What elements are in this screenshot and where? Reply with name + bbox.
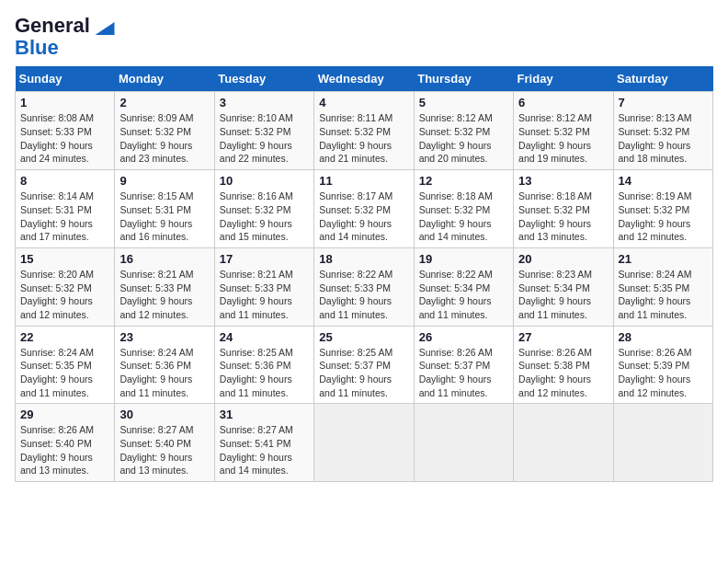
day-number: 19 xyxy=(419,252,508,266)
day-info: Sunrise: 8:11 AMSunset: 5:32 PMDaylight:… xyxy=(319,111,408,166)
day-info: Sunrise: 8:10 AMSunset: 5:32 PMDaylight:… xyxy=(220,111,309,166)
day-info: Sunrise: 8:23 AMSunset: 5:34 PMDaylight:… xyxy=(518,268,608,322)
page-header: GeneralBlue xyxy=(15,15,713,59)
day-number: 22 xyxy=(20,330,109,344)
calendar-cell: 23Sunrise: 8:24 AMSunset: 5:36 PMDayligh… xyxy=(115,326,214,404)
calendar-week-3: 15Sunrise: 8:20 AMSunset: 5:32 PMDayligh… xyxy=(16,247,713,326)
calendar-cell: 21Sunrise: 8:24 AMSunset: 5:35 PMDayligh… xyxy=(613,247,712,326)
calendar-cell: 19Sunrise: 8:22 AMSunset: 5:34 PMDayligh… xyxy=(414,247,513,326)
calendar-cell: 3Sunrise: 8:10 AMSunset: 5:32 PMDaylight… xyxy=(214,92,313,170)
calendar-cell: 16Sunrise: 8:21 AMSunset: 5:33 PMDayligh… xyxy=(115,247,214,326)
day-number: 18 xyxy=(319,252,408,266)
day-number: 4 xyxy=(319,96,408,109)
calendar-cell: 7Sunrise: 8:13 AMSunset: 5:32 PMDaylight… xyxy=(613,92,712,170)
header-friday: Friday xyxy=(514,66,613,92)
day-number: 11 xyxy=(319,174,408,188)
day-number: 16 xyxy=(119,252,209,266)
logo: GeneralBlue xyxy=(15,15,118,59)
calendar-week-2: 8Sunrise: 8:14 AMSunset: 5:31 PMDaylight… xyxy=(16,170,713,248)
day-info: Sunrise: 8:25 AMSunset: 5:36 PMDaylight:… xyxy=(220,346,309,400)
header-monday: Monday xyxy=(115,66,214,92)
calendar-cell: 18Sunrise: 8:22 AMSunset: 5:33 PMDayligh… xyxy=(314,247,414,326)
day-number: 8 xyxy=(20,174,109,188)
day-number: 10 xyxy=(220,174,309,188)
header-wednesday: Wednesday xyxy=(314,66,414,92)
day-info: Sunrise: 8:12 AMSunset: 5:32 PMDaylight:… xyxy=(518,111,608,166)
day-info: Sunrise: 8:13 AMSunset: 5:32 PMDaylight:… xyxy=(619,111,708,166)
day-info: Sunrise: 8:17 AMSunset: 5:32 PMDaylight:… xyxy=(319,190,408,244)
day-number: 2 xyxy=(119,96,209,109)
calendar-cell xyxy=(514,404,613,482)
day-number: 17 xyxy=(220,252,309,266)
day-info: Sunrise: 8:24 AMSunset: 5:35 PMDaylight:… xyxy=(20,346,109,400)
day-number: 21 xyxy=(619,252,708,266)
calendar-cell: 12Sunrise: 8:18 AMSunset: 5:32 PMDayligh… xyxy=(414,170,513,248)
day-number: 7 xyxy=(619,96,708,109)
day-number: 9 xyxy=(119,174,209,188)
calendar-cell: 10Sunrise: 8:16 AMSunset: 5:32 PMDayligh… xyxy=(214,170,313,248)
day-info: Sunrise: 8:24 AMSunset: 5:36 PMDaylight:… xyxy=(119,346,209,400)
calendar-cell: 8Sunrise: 8:14 AMSunset: 5:31 PMDaylight… xyxy=(16,170,115,248)
day-number: 13 xyxy=(518,174,608,188)
day-number: 26 xyxy=(419,330,508,344)
logo-icon xyxy=(92,22,118,35)
day-number: 1 xyxy=(20,96,109,109)
calendar-cell: 22Sunrise: 8:24 AMSunset: 5:35 PMDayligh… xyxy=(16,326,115,404)
calendar-cell: 13Sunrise: 8:18 AMSunset: 5:32 PMDayligh… xyxy=(514,170,613,248)
calendar-cell xyxy=(314,404,414,482)
calendar-cell: 9Sunrise: 8:15 AMSunset: 5:31 PMDaylight… xyxy=(115,170,214,248)
header-tuesday: Tuesday xyxy=(214,66,313,92)
day-info: Sunrise: 8:12 AMSunset: 5:32 PMDaylight:… xyxy=(419,111,508,166)
day-info: Sunrise: 8:22 AMSunset: 5:34 PMDaylight:… xyxy=(419,268,508,322)
header-thursday: Thursday xyxy=(414,66,513,92)
day-number: 27 xyxy=(518,330,608,344)
day-number: 20 xyxy=(518,252,608,266)
day-info: Sunrise: 8:21 AMSunset: 5:33 PMDaylight:… xyxy=(119,268,209,322)
calendar-week-5: 29Sunrise: 8:26 AMSunset: 5:40 PMDayligh… xyxy=(16,404,713,482)
day-info: Sunrise: 8:24 AMSunset: 5:35 PMDaylight:… xyxy=(619,268,708,322)
calendar-header-row: SundayMondayTuesdayWednesdayThursdayFrid… xyxy=(16,66,713,92)
day-info: Sunrise: 8:26 AMSunset: 5:37 PMDaylight:… xyxy=(419,346,508,400)
logo-text: GeneralBlue xyxy=(15,15,90,59)
day-number: 31 xyxy=(220,408,309,421)
calendar-cell: 28Sunrise: 8:26 AMSunset: 5:39 PMDayligh… xyxy=(613,326,712,404)
calendar-cell: 4Sunrise: 8:11 AMSunset: 5:32 PMDaylight… xyxy=(314,92,414,170)
day-info: Sunrise: 8:26 AMSunset: 5:38 PMDaylight:… xyxy=(518,346,608,400)
calendar-cell: 20Sunrise: 8:23 AMSunset: 5:34 PMDayligh… xyxy=(514,247,613,326)
day-info: Sunrise: 8:09 AMSunset: 5:32 PMDaylight:… xyxy=(119,111,209,166)
calendar-table: SundayMondayTuesdayWednesdayThursdayFrid… xyxy=(15,66,713,482)
header-sunday: Sunday xyxy=(16,66,115,92)
calendar-cell xyxy=(613,404,712,482)
calendar-cell: 5Sunrise: 8:12 AMSunset: 5:32 PMDaylight… xyxy=(414,92,513,170)
day-number: 24 xyxy=(220,330,309,344)
calendar-cell: 31Sunrise: 8:27 AMSunset: 5:41 PMDayligh… xyxy=(214,404,313,482)
day-info: Sunrise: 8:19 AMSunset: 5:32 PMDaylight:… xyxy=(619,190,708,244)
calendar-cell: 30Sunrise: 8:27 AMSunset: 5:40 PMDayligh… xyxy=(115,404,214,482)
day-info: Sunrise: 8:08 AMSunset: 5:33 PMDaylight:… xyxy=(20,111,109,166)
day-number: 25 xyxy=(319,330,408,344)
calendar-cell: 25Sunrise: 8:25 AMSunset: 5:37 PMDayligh… xyxy=(314,326,414,404)
day-info: Sunrise: 8:18 AMSunset: 5:32 PMDaylight:… xyxy=(518,190,608,244)
day-number: 6 xyxy=(518,96,608,109)
calendar-cell: 27Sunrise: 8:26 AMSunset: 5:38 PMDayligh… xyxy=(514,326,613,404)
day-info: Sunrise: 8:16 AMSunset: 5:32 PMDaylight:… xyxy=(220,190,309,244)
calendar-week-4: 22Sunrise: 8:24 AMSunset: 5:35 PMDayligh… xyxy=(16,326,713,404)
calendar-cell: 1Sunrise: 8:08 AMSunset: 5:33 PMDaylight… xyxy=(16,92,115,170)
day-info: Sunrise: 8:20 AMSunset: 5:32 PMDaylight:… xyxy=(20,268,109,322)
day-info: Sunrise: 8:26 AMSunset: 5:39 PMDaylight:… xyxy=(619,346,708,400)
day-number: 12 xyxy=(419,174,508,188)
day-number: 15 xyxy=(20,252,109,266)
day-number: 30 xyxy=(119,408,209,421)
day-info: Sunrise: 8:21 AMSunset: 5:33 PMDaylight:… xyxy=(220,268,309,322)
calendar-cell: 14Sunrise: 8:19 AMSunset: 5:32 PMDayligh… xyxy=(613,170,712,248)
day-number: 23 xyxy=(119,330,209,344)
calendar-cell xyxy=(414,404,513,482)
day-info: Sunrise: 8:14 AMSunset: 5:31 PMDaylight:… xyxy=(20,190,109,244)
calendar-cell: 2Sunrise: 8:09 AMSunset: 5:32 PMDaylight… xyxy=(115,92,214,170)
calendar-week-1: 1Sunrise: 8:08 AMSunset: 5:33 PMDaylight… xyxy=(16,92,713,170)
svg-marker-0 xyxy=(95,22,114,35)
calendar-cell: 17Sunrise: 8:21 AMSunset: 5:33 PMDayligh… xyxy=(214,247,313,326)
day-info: Sunrise: 8:26 AMSunset: 5:40 PMDaylight:… xyxy=(20,423,109,477)
calendar-cell: 24Sunrise: 8:25 AMSunset: 5:36 PMDayligh… xyxy=(214,326,313,404)
day-number: 14 xyxy=(619,174,708,188)
